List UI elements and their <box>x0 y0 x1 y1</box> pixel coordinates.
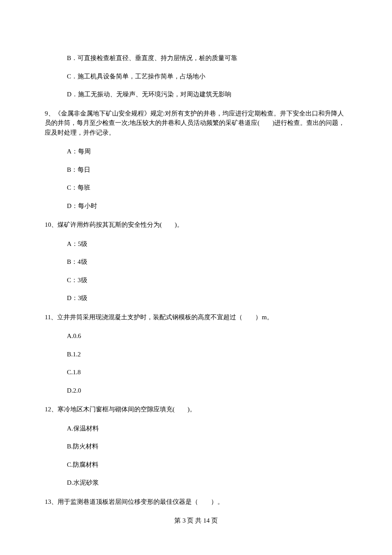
question-13-text: 13、用于监测巷道顶板岩层间位移变形的最佳仪器是（ ）。 <box>45 498 224 505</box>
q9-option-d: D：每小时 <box>67 201 347 211</box>
question-9: 9、《金属非金属地下矿山安全规程》规定:对所有支护的井巷，均应进行定期检查。井下… <box>45 109 347 138</box>
q10-option-d: D：3级 <box>67 293 347 303</box>
q11-option-d: D.2.0 <box>67 386 347 396</box>
q12-option-b: B.防火材料 <box>67 442 347 451</box>
question-11: 11、立井井筒采用现浇混凝土支护时，装配式钢模板的高度不宜超过（ ）m。 <box>45 312 347 322</box>
question-10-text: 10、煤矿许用炸药按其瓦斯的安全性分为( )。 <box>45 221 183 228</box>
q9-option-a: A：每周 <box>67 147 347 156</box>
question-9-text: 9、《金属非金属地下矿山安全规程》规定:对所有支护的井巷，均应进行定期检查。井下… <box>45 110 345 136</box>
question-13: 13、用于监测巷道顶板岩层间位移变形的最佳仪器是（ ）。 <box>45 497 347 507</box>
question-10: 10、煤矿许用炸药按其瓦斯的安全性分为( )。 <box>45 220 347 230</box>
q12-option-d: D.水泥砂浆 <box>67 478 347 488</box>
question-12: 12、寒冷地区木门窗框与砌体间的空隙应填充( )。 <box>45 405 347 414</box>
q10-option-a: A：5级 <box>67 239 347 249</box>
question-12-text: 12、寒冷地区木门窗框与砌体间的空隙应填充( )。 <box>45 406 196 413</box>
q9-option-c: C：每班 <box>67 183 347 193</box>
q10-option-b: B：4级 <box>67 257 347 267</box>
q12-option-a: A.保温材料 <box>67 424 347 434</box>
option-c: C．施工机具设备简单，工艺操作简单，占场地小 <box>67 72 347 81</box>
q10-option-c: C：3级 <box>67 275 347 285</box>
q11-option-a: A.0.6 <box>67 331 347 341</box>
option-b: B．可直接检查桩直径、垂直度、持力层情况，桩的质量可靠 <box>67 53 347 63</box>
q9-option-b: B：每日 <box>67 165 347 175</box>
page-footer: 第 3 页 共 14 页 <box>45 516 347 526</box>
q12-option-c: C.防腐材料 <box>67 460 347 470</box>
question-11-text: 11、立井井筒采用现浇混凝土支护时，装配式钢模板的高度不宜超过（ ）m。 <box>45 314 273 321</box>
q11-option-c: C.1.8 <box>67 367 347 377</box>
option-d: D．施工无振动、无噪声、无环境污染，对周边建筑无影响 <box>67 90 347 99</box>
q11-option-b: B.1.2 <box>67 350 347 359</box>
